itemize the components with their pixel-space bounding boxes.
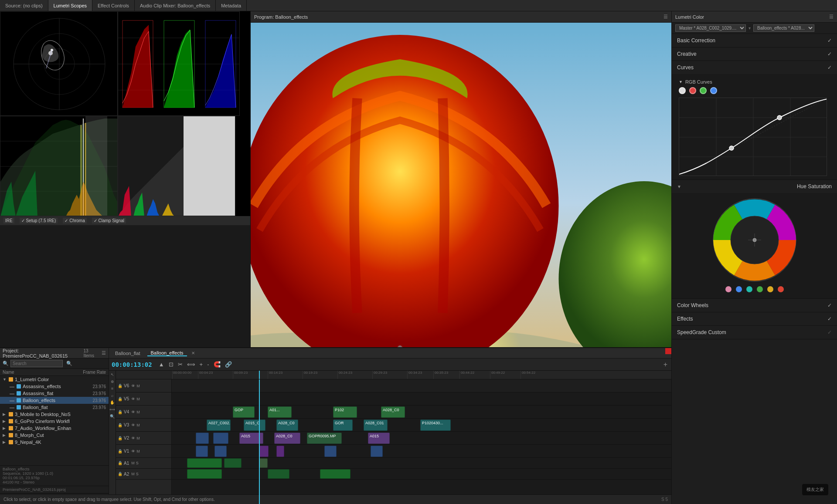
mute-v4[interactable]: M (136, 410, 140, 414)
clip-v2-4[interactable]: A028_C0 (274, 433, 300, 444)
menu-icon[interactable]: ☰ (663, 14, 668, 20)
snap-toggle[interactable]: 🧲 (212, 360, 222, 369)
green-channel-dot[interactable] (700, 87, 707, 94)
tab-balloon-effects[interactable]: Balloon_effects (147, 350, 187, 356)
clip-v2-2[interactable] (213, 433, 228, 444)
solo-a2[interactable]: S (136, 472, 139, 476)
zoom-in-tl[interactable]: + (198, 360, 204, 369)
clip-v3-5[interactable]: A028_C01 (364, 419, 388, 431)
hue-dot-blue[interactable] (736, 286, 742, 292)
effects-header[interactable]: Effects ✓ (672, 312, 837, 325)
clip-v3-2[interactable]: A015_C (244, 419, 265, 431)
tab-audio-clip-mixer[interactable]: Audio Clip Mixer: Balloon_effects (135, 0, 216, 11)
add-track-btn[interactable]: + (662, 360, 669, 369)
track-row-v1[interactable] (172, 445, 671, 458)
curve-graph[interactable] (679, 98, 827, 176)
eye-v6[interactable]: 👁 (131, 384, 135, 388)
mute-v3[interactable]: M (136, 423, 140, 427)
lock-v3[interactable]: 🔒 (118, 423, 122, 427)
eye-v2[interactable]: 👁 (131, 436, 135, 440)
track-row-a1[interactable] (172, 458, 671, 469)
clip-v4-3[interactable]: P102 (333, 406, 357, 418)
list-item[interactable]: ▶ 7_Audio_Workflow_Enhan (0, 425, 109, 432)
clip-v2-5[interactable]: GOPR0095.MP (307, 433, 342, 444)
color-wheels-header[interactable]: Color Wheels ✓ (672, 299, 837, 312)
clip-v2-3[interactable]: A015 (239, 433, 263, 444)
track-row-v6[interactable] (172, 379, 671, 392)
lock-v4[interactable]: 🔒 (118, 410, 122, 414)
clip-v4-4[interactable]: A028_C0 (381, 406, 405, 418)
mute-a2[interactable]: M (131, 472, 135, 476)
list-item[interactable]: ▶ 3_Mobile to Desktop_NoS (0, 411, 109, 418)
eye-v1[interactable]: 👁 (131, 449, 135, 453)
list-item[interactable]: ▶ 8_Morph_Cut (0, 432, 109, 439)
eye-v3[interactable]: 👁 (131, 423, 135, 427)
track-row-a2[interactable] (172, 469, 671, 480)
hue-dot-pink[interactable] (725, 286, 732, 292)
hue-dot-red[interactable] (778, 286, 784, 292)
ripple-edit-tool[interactable]: ⊡ (167, 360, 175, 369)
clip-v2-1[interactable] (196, 433, 209, 444)
mute-v5[interactable]: M (136, 397, 140, 401)
clip-a2-1[interactable] (187, 469, 222, 479)
lock-v1[interactable]: 🔒 (118, 449, 122, 453)
project-search-input[interactable] (10, 360, 63, 367)
clip-v1-1[interactable] (196, 446, 208, 457)
white-channel-dot[interactable] (679, 87, 686, 94)
tl-tool-select[interactable]: ↖ (111, 372, 114, 377)
project-menu-icon[interactable]: ☰ (102, 350, 106, 356)
slip-tool[interactable]: ⟺ (186, 360, 197, 369)
tl-tool-trim[interactable]: ⟺ (109, 407, 115, 412)
curves-header[interactable]: Curves ✓ (672, 61, 837, 74)
razor-tool[interactable]: ✂ (177, 360, 184, 369)
solo-a1[interactable]: S (136, 461, 139, 465)
track-row-v2[interactable]: A015 A028_C0 GOPR0095.MP A015 (172, 432, 671, 445)
list-item[interactable]: — Balloon_flat 23.976 (0, 404, 109, 411)
color-wheel-svg[interactable] (711, 196, 798, 284)
tl-tool-search[interactable]: 🔍 (110, 414, 115, 419)
list-item[interactable]: — Assassins_effects 23.976 (0, 383, 109, 390)
clip-a2-2[interactable] (268, 469, 289, 479)
mute-v6[interactable]: M (136, 384, 140, 388)
list-item[interactable]: ▶ 9_Nepal_4K (0, 439, 109, 446)
clip-v1-5[interactable] (324, 446, 337, 457)
tl-tool-track[interactable]: ≡ (111, 386, 113, 391)
tl-tool-add[interactable]: ⊕ (111, 379, 114, 384)
lock-a2[interactable]: 🔒 (118, 472, 122, 476)
zoom-out-tl[interactable]: - (206, 360, 210, 369)
clip-v3-1[interactable]: A027_C002... (207, 419, 231, 431)
tl-tool-hand[interactable]: ✋ (110, 400, 115, 405)
clip-v2-6[interactable]: A015 (368, 433, 390, 444)
lock-a1[interactable]: 🔒 (118, 461, 122, 465)
hue-dot-yellow[interactable] (767, 286, 773, 292)
clip-v1-2[interactable] (214, 446, 227, 457)
track-row-v3[interactable]: A027_C002... A015_C A028_C0 GOR A028_C01… (172, 419, 671, 432)
right-panel-menu-icon[interactable]: ☰ (829, 14, 834, 20)
basic-correction-header[interactable]: Basic Correction ✓ (672, 34, 837, 47)
tab-source[interactable]: Source: (no clips) (0, 0, 48, 11)
hue-saturation-header[interactable]: ▼ Hue Saturation (672, 180, 837, 193)
red-channel-dot[interactable] (689, 87, 696, 94)
selection-tool[interactable]: ▲ (157, 360, 166, 369)
tab-balloon-flat[interactable]: Balloon_flat (112, 351, 144, 356)
tab-effect-controls[interactable]: Effect Controls (92, 0, 135, 11)
clip-v1-3[interactable] (259, 446, 269, 457)
clip-v1-4[interactable] (276, 446, 284, 457)
eye-v5[interactable]: 👁 (131, 397, 135, 401)
tab-metadata[interactable]: Metadata (216, 0, 247, 11)
clip-a1-3[interactable] (259, 458, 268, 468)
link-toggle[interactable]: 🔗 (224, 360, 233, 369)
lock-v2[interactable]: 🔒 (118, 436, 122, 440)
clip-a2-3[interactable] (320, 469, 350, 479)
find-icon[interactable]: 🔍 (66, 361, 72, 366)
mute-v2[interactable]: M (136, 436, 140, 440)
track-row-v5[interactable] (172, 392, 671, 406)
close-tab-icon[interactable]: ✕ (191, 351, 195, 355)
list-item[interactable]: ▼ 1_Lumetri Color (0, 376, 109, 383)
clip-v3-4[interactable]: GOR (333, 419, 353, 431)
list-item[interactable]: ▶ 6_GoPro Cineform Workfl (0, 418, 109, 425)
mute-v1[interactable]: M (136, 449, 140, 453)
hue-dot-green[interactable] (757, 286, 763, 292)
blue-channel-dot[interactable] (710, 87, 717, 94)
master-sequence-dropdown[interactable]: Master * A028_C002_1029.... (675, 24, 746, 32)
